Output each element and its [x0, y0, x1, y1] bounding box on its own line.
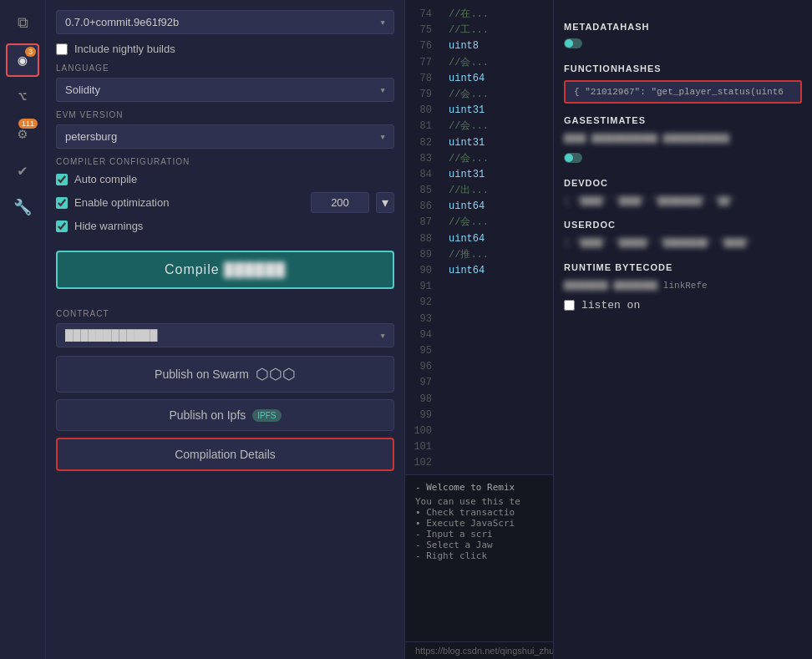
console-line3: • Execute JavaScri — [415, 518, 543, 529]
line-num: 99 — [412, 408, 432, 423]
enable-optimization-row: Enable optimization ▾ — [56, 192, 394, 213]
ipfs-badge: IPFS — [252, 409, 281, 422]
functionhashes-content: { "21012967": "get_player_status(uint6 — [564, 80, 802, 104]
include-nightly-label: Include nightly builds — [74, 43, 175, 55]
compile-button-label: Compile ██████ — [165, 262, 286, 276]
code-line-86: uint64 — [449, 199, 543, 215]
userdoc-title: USERDOC — [564, 220, 802, 230]
language-select[interactable]: Solidity — [56, 78, 394, 102]
line-num: 100 — [412, 423, 432, 439]
hide-warnings-checkbox[interactable] — [56, 221, 68, 232]
compilation-details-label: Compilation Details — [175, 448, 276, 461]
git-icon: ⌥ — [18, 88, 28, 106]
line-num: 89 — [412, 247, 432, 263]
runtime-bytecode-blurred: ████████ ████████ — [564, 281, 663, 291]
code-line-81: //会... — [449, 119, 543, 134]
check-icon-btn[interactable]: ✔ — [6, 154, 39, 187]
git-icon-btn[interactable]: ⌥ — [6, 80, 39, 114]
sidebar-panel: 0.7.0+commit.9e61f92b Include nightly bu… — [46, 0, 405, 659]
line-num: 86 — [412, 199, 432, 215]
line-num: 95 — [412, 343, 432, 359]
code-editor[interactable]: //在... //工... uint8 //会... uint64 //会...… — [439, 0, 553, 474]
line-num: 102 — [412, 455, 432, 471]
compiler-badge: 3 — [25, 47, 36, 57]
check-icon: ✔ — [18, 161, 28, 180]
gasestimates-toggle-dot[interactable] — [564, 153, 582, 163]
line-num: 77 — [412, 55, 432, 71]
listen-row: listen on — [564, 299, 802, 312]
compile-filename: ██████ — [224, 262, 286, 276]
devdoc-title: DEVDOC — [564, 178, 802, 188]
line-num: 83 — [412, 151, 432, 167]
metadatahash-toggle — [564, 38, 802, 52]
hide-warnings-row: Hide warnings — [56, 220, 394, 232]
gasestimates-title: GASESTIMATES — [564, 115, 802, 125]
line-num: 91 — [412, 279, 432, 295]
version-select-wrapper: 0.7.0+commit.9e61f92b — [56, 10, 394, 34]
line-num: 90 — [412, 263, 432, 279]
publish-ipfs-label: Publish on Ipfs — [169, 408, 246, 422]
include-nightly-checkbox[interactable] — [56, 43, 68, 55]
line-num: 97 — [412, 375, 432, 391]
line-num: 87 — [412, 215, 432, 231]
line-num: 79 — [412, 87, 432, 103]
line-num: 98 — [412, 392, 432, 408]
tools-icon: 🔧 — [13, 198, 32, 216]
contract-label: CONTRACT — [56, 309, 394, 318]
enable-opt-checkbox[interactable] — [56, 197, 68, 209]
code-line-79: //会... — [449, 87, 543, 103]
evm-select-wrapper: petersburg — [56, 124, 394, 149]
publish-swarm-button[interactable]: Publish on Swarm ⬡⬡⬡ — [56, 356, 394, 393]
line-num: 82 — [412, 135, 432, 151]
auto-compile-checkbox[interactable] — [56, 174, 68, 185]
compiler-version-select[interactable]: 0.7.0+commit.9e61f92b — [56, 10, 394, 34]
compile-button[interactable]: Compile ██████ — [56, 251, 394, 289]
code-line-89: //推... — [449, 247, 543, 263]
userdoc-content: { "████" "█████" "████████" "████" — [564, 236, 802, 251]
publish-ipfs-button[interactable]: Publish on Ipfs IPFS — [56, 399, 394, 431]
line-num: 84 — [412, 167, 432, 183]
gasestimates-toggle — [564, 153, 802, 166]
line-num: 78 — [412, 71, 432, 87]
line-num: 85 — [412, 183, 432, 199]
code-line-75: //工... — [449, 23, 543, 38]
optimization-value-input[interactable] — [311, 192, 369, 213]
console-panel: - Welcome to Remix You can use this te •… — [405, 474, 553, 641]
debug-icon-btn[interactable]: ⚙ 111 — [6, 117, 39, 150]
line-num: 92 — [412, 295, 432, 311]
metadatahash-title: METADATAHASH — [564, 22, 802, 32]
evm-version-select[interactable]: petersburg — [56, 124, 394, 149]
files-icon: ⧉ — [18, 15, 28, 32]
language-label: LANGUAGE — [56, 63, 394, 73]
compiler-icon-btn[interactable]: ◉ 3 — [6, 43, 39, 77]
icon-bar: ⧉ ◉ 3 ⌥ ⚙ 111 ✔ 🔧 — [0, 0, 46, 659]
files-icon-btn[interactable]: ⧉ — [6, 7, 39, 40]
enable-opt-label: Enable optimization — [74, 196, 304, 209]
listen-label: listen on — [581, 299, 640, 312]
line-numbers: 74 75 76 77 78 79 80 81 82 83 84 85 86 8… — [405, 0, 439, 474]
listen-checkbox[interactable] — [564, 300, 575, 311]
auto-compile-row: Auto compile — [56, 173, 394, 185]
line-num: 88 — [412, 231, 432, 247]
userdoc-blurred: { "████" "█████" "████████" "████" — [564, 238, 751, 248]
tools-icon-btn[interactable]: 🔧 — [6, 190, 39, 224]
code-line-83: //会... — [449, 151, 543, 167]
right-panel: METADATAHASH FUNCTIONHASHES { "21012967"… — [553, 0, 812, 659]
console-welcome: - Welcome to Remix — [415, 482, 543, 493]
compilation-details-button[interactable]: Compilation Details — [56, 438, 394, 471]
main-area: 74 75 76 77 78 79 80 81 82 83 84 85 86 8… — [405, 0, 553, 659]
contract-select-wrapper: ████████████ — [56, 323, 394, 347]
gasestimates-content: ████ ████████████ ████████████ — [564, 132, 802, 146]
console-line1: You can use this te — [415, 496, 543, 507]
code-line-74: //在... — [449, 7, 543, 23]
metadatahash-toggle-dot[interactable] — [564, 38, 582, 48]
devdoc-blurred: { "████" "████" "████████" "██" — [564, 196, 735, 206]
optimization-stepper[interactable]: ▾ — [376, 192, 394, 213]
language-select-wrapper: Solidity — [56, 78, 394, 102]
contract-select[interactable]: ████████████ — [56, 323, 394, 347]
line-num: 96 — [412, 359, 432, 375]
compiler-config-label: COMPILER CONFIGURATION — [56, 157, 394, 166]
runtime-bytecode-content: ████████ ████████ linkRefe — [564, 279, 802, 293]
compiler-config-section: Auto compile Enable optimization ▾ Hide … — [56, 173, 394, 232]
code-line-76: uint8 — [449, 38, 543, 54]
